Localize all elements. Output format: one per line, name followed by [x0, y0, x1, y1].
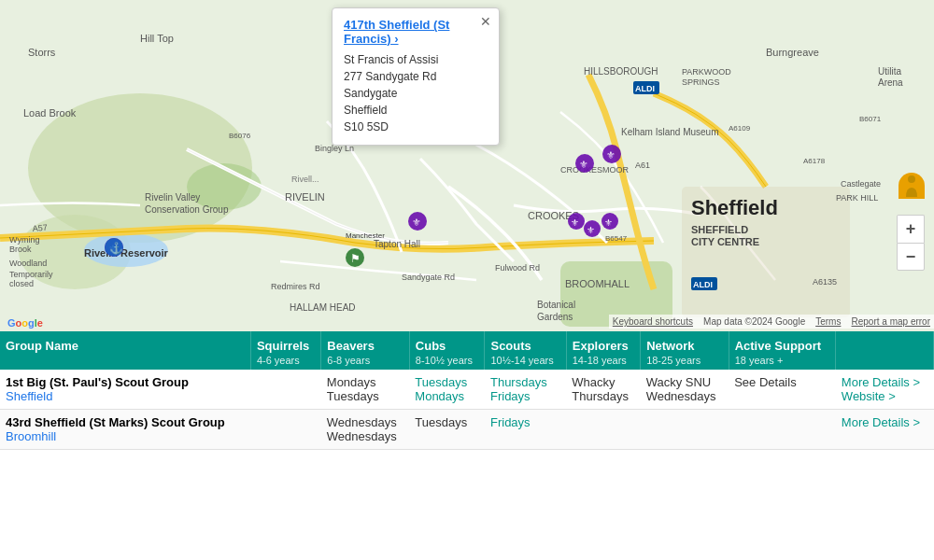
svg-text:Brook: Brook: [9, 245, 32, 254]
svg-text:Wyming: Wyming: [9, 235, 39, 245]
svg-text:Burngreave: Burngreave: [766, 47, 819, 58]
svg-text:SPRINGS: SPRINGS: [682, 77, 720, 87]
terms-link[interactable]: Terms: [815, 316, 841, 327]
svg-text:A57: A57: [32, 223, 48, 233]
explorers-cell: [566, 410, 640, 450]
svg-text:HALLAM HEAD: HALLAM HEAD: [290, 302, 356, 313]
svg-text:A61: A61: [635, 161, 650, 170]
svg-text:Utilita: Utilita: [878, 66, 901, 77]
table-row: 43rd Sheffield (St Marks) Scout Group Br…: [0, 410, 934, 450]
results-table-container: Group Name Squirrels 4-6 years Beavers 6…: [0, 331, 934, 560]
keyboard-shortcuts-link[interactable]: Keyboard shortcuts: [613, 316, 693, 327]
google-logo: Google: [7, 317, 43, 329]
cubs-cell: Tuesdays Mondays: [409, 370, 485, 410]
svg-text:CITY CENTRE: CITY CENTRE: [691, 236, 759, 247]
svg-text:Rivelin Reservoir: Rivelin Reservoir: [84, 247, 169, 259]
zoom-out-button[interactable]: −: [897, 243, 925, 271]
map-zoom-controls: + −: [897, 215, 925, 271]
svg-text:Arena: Arena: [878, 77, 903, 88]
svg-text:B6547: B6547: [605, 234, 628, 243]
map-popup: ✕ 417th Sheffield (St Francis) › St Fran…: [332, 7, 500, 146]
svg-text:Gardens: Gardens: [537, 312, 573, 322]
svg-text:Redmires Rd: Redmires Rd: [271, 282, 320, 291]
popup-address-line1: St Francis of Assisi: [344, 53, 438, 66]
svg-text:B6076: B6076: [229, 132, 251, 140]
svg-text:A6178: A6178: [803, 157, 826, 165]
beavers-cell: MondaysTuesdays: [321, 370, 410, 410]
col-cubs: Cubs 8-10½ years: [409, 331, 485, 370]
more-details-cell: More Details > Website >: [836, 370, 934, 410]
popup-address: St Francis of Assisi 277 Sandygate Rd Sa…: [344, 51, 488, 135]
svg-text:closed: closed: [9, 279, 34, 288]
table-row: 1st Big (St. Paul's) Scout Group Sheffie…: [0, 370, 934, 410]
svg-text:BROOMHALL: BROOMHALL: [565, 278, 630, 289]
svg-text:Fulwood Rd: Fulwood Rd: [495, 263, 540, 273]
svg-text:Manchester: Manchester: [346, 231, 385, 240]
group-location: Sheffield: [6, 389, 245, 403]
group-name-cell: 43rd Sheffield (St Marks) Scout Group Br…: [0, 410, 250, 450]
website-link[interactable]: Website >: [842, 389, 896, 403]
svg-text:Hill Top: Hill Top: [140, 33, 174, 44]
svg-text:⚜: ⚜: [604, 217, 613, 228]
explorers-cell: WhackyThursdays: [566, 370, 640, 410]
svg-text:B6071: B6071: [859, 115, 882, 123]
svg-text:SHEFFIELD: SHEFFIELD: [691, 224, 748, 235]
svg-text:Storrs: Storrs: [28, 47, 56, 58]
svg-text:Woodland: Woodland: [9, 259, 47, 268]
svg-text:⚑: ⚑: [350, 252, 361, 265]
svg-text:PARK HILL: PARK HILL: [836, 193, 878, 203]
report-map-error-link[interactable]: Report a map error: [852, 316, 930, 327]
network-cell: [641, 410, 729, 450]
map-data-text: Map data ©2024 Google: [703, 316, 805, 327]
scouts-cell: Thursdays Fridays: [485, 370, 566, 410]
svg-text:ALDI: ALDI: [693, 280, 713, 289]
svg-text:Rivell...: Rivell...: [291, 175, 319, 184]
col-explorers: Explorers 14-18 years: [566, 331, 640, 370]
active-support-cell: See Details: [729, 370, 836, 410]
svg-text:Rivelin Valley: Rivelin Valley: [145, 192, 200, 203]
col-more-details: [836, 331, 934, 370]
popup-address-line5: S10 5SD: [344, 120, 389, 133]
more-details-cell: More Details >: [836, 410, 934, 450]
active-support-cell: [729, 410, 836, 450]
svg-text:Load Brook: Load Brook: [23, 107, 77, 119]
col-active-support: Active Support 18 years +: [729, 331, 836, 370]
svg-text:RIVELIN: RIVELIN: [285, 191, 325, 203]
svg-point-4: [187, 163, 262, 210]
group-name-text: 43rd Sheffield (St Marks) Scout Group: [6, 415, 225, 429]
table-header-row: Group Name Squirrels 4-6 years Beavers 6…: [0, 331, 934, 370]
svg-text:⚓: ⚓: [109, 241, 123, 255]
more-details-link[interactable]: More Details >: [842, 375, 920, 389]
svg-text:A6109: A6109: [729, 124, 751, 133]
map-container[interactable]: Storrs Hill Top Load Brook Rivelin Valle…: [0, 0, 934, 331]
network-cell: Wacky SNUWednesdays: [641, 370, 729, 410]
svg-text:Temporarily: Temporarily: [9, 270, 53, 279]
popup-address-line2: 277 Sandygate Rd: [344, 70, 436, 83]
groups-table: Group Name Squirrels 4-6 years Beavers 6…: [0, 331, 934, 450]
popup-address-line3: Sandygate: [344, 87, 397, 100]
svg-text:Castlegate: Castlegate: [841, 179, 881, 189]
col-beavers: Beavers 6-8 years: [321, 331, 410, 370]
zoom-in-button[interactable]: +: [897, 215, 925, 243]
svg-text:Sandygate Rd: Sandygate Rd: [402, 273, 455, 282]
squirrels-cell: [250, 410, 320, 450]
svg-text:Tapton Hall: Tapton Hall: [374, 239, 420, 249]
cubs-cell: Tuesdays: [409, 410, 485, 450]
table-body: 1st Big (St. Paul's) Scout Group Sheffie…: [0, 370, 934, 450]
group-name-text: 1st Big (St. Paul's) Scout Group: [6, 375, 189, 389]
group-name-cell: 1st Big (St. Paul's) Scout Group Sheffie…: [0, 370, 250, 410]
col-squirrels: Squirrels 4-6 years: [250, 331, 320, 370]
svg-text:HILLSBOROUGH: HILLSBOROUGH: [584, 66, 658, 77]
more-details-link[interactable]: More Details >: [842, 415, 920, 429]
popup-title[interactable]: 417th Sheffield (St Francis) ›: [344, 18, 488, 46]
group-location: Broomhill: [6, 429, 245, 443]
svg-text:PARKWOOD: PARKWOOD: [682, 67, 731, 77]
scouts-cell: Fridays: [485, 410, 566, 450]
col-scouts: Scouts 10½-14 years: [485, 331, 566, 370]
map-attribution: Keyboard shortcuts Map data ©2024 Google…: [609, 315, 934, 329]
svg-text:Sheffield: Sheffield: [691, 196, 778, 219]
svg-text:⚜: ⚜: [587, 225, 595, 235]
col-network: Network 18-25 years: [641, 331, 729, 370]
popup-close-button[interactable]: ✕: [480, 14, 491, 29]
street-view-icon[interactable]: [899, 173, 925, 199]
